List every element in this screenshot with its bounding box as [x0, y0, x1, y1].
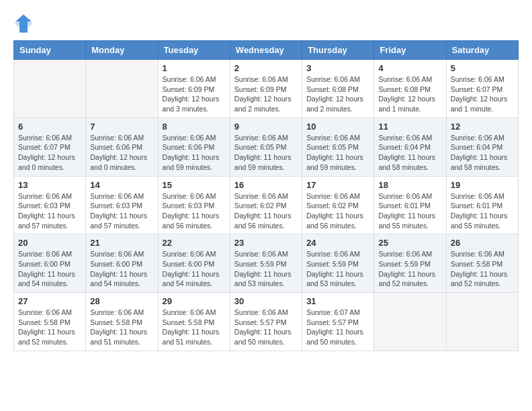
calendar-day-cell: 10Sunrise: 6:06 AM Sunset: 6:05 PM Dayli…: [302, 118, 374, 176]
day-number: 8: [163, 122, 226, 132]
day-number: 19: [451, 180, 514, 190]
day-info: Sunrise: 6:06 AM Sunset: 5:59 PM Dayligh…: [378, 249, 441, 289]
day-number: 29: [163, 296, 226, 306]
day-info: Sunrise: 6:06 AM Sunset: 6:00 PM Dayligh…: [163, 249, 226, 289]
calendar-day-cell: 22Sunrise: 6:06 AM Sunset: 6:00 PM Dayli…: [158, 234, 230, 293]
day-info: Sunrise: 6:06 AM Sunset: 6:02 PM Dayligh…: [306, 191, 369, 231]
day-info: Sunrise: 6:06 AM Sunset: 6:08 PM Dayligh…: [306, 75, 369, 114]
day-info: Sunrise: 6:06 AM Sunset: 6:01 PM Dayligh…: [451, 191, 514, 231]
day-number: 16: [234, 180, 298, 190]
day-info: Sunrise: 6:06 AM Sunset: 5:59 PM Dayligh…: [306, 249, 369, 289]
logo-icon: [13, 13, 34, 34]
day-info: Sunrise: 6:06 AM Sunset: 6:04 PM Dayligh…: [378, 133, 441, 173]
calendar-empty-cell: [86, 60, 158, 118]
calendar-day-cell: 2Sunrise: 6:06 AM Sunset: 6:09 PM Daylig…: [230, 60, 302, 118]
calendar-week-row: 1Sunrise: 6:06 AM Sunset: 6:09 PM Daylig…: [14, 60, 519, 118]
calendar-day-cell: 26Sunrise: 6:06 AM Sunset: 5:58 PM Dayli…: [446, 234, 518, 293]
day-info: Sunrise: 6:06 AM Sunset: 6:06 PM Dayligh…: [163, 133, 226, 173]
calendar-table: SundayMondayTuesdayWednesdayThursdayFrid…: [13, 40, 519, 351]
day-info: Sunrise: 6:06 AM Sunset: 6:07 PM Dayligh…: [451, 75, 514, 114]
calendar-week-row: 13Sunrise: 6:06 AM Sunset: 6:03 PM Dayli…: [14, 176, 519, 234]
calendar-day-cell: 20Sunrise: 6:06 AM Sunset: 6:00 PM Dayli…: [14, 234, 86, 293]
calendar-day-cell: 21Sunrise: 6:06 AM Sunset: 6:00 PM Dayli…: [86, 234, 158, 293]
weekday-header-tuesday: Tuesday: [158, 41, 230, 60]
day-number: 7: [90, 122, 153, 132]
weekday-header-sunday: Sunday: [14, 41, 86, 60]
calendar-day-cell: 7Sunrise: 6:06 AM Sunset: 6:06 PM Daylig…: [86, 118, 158, 176]
calendar-day-cell: 3Sunrise: 6:06 AM Sunset: 6:08 PM Daylig…: [302, 60, 374, 118]
day-info: Sunrise: 6:06 AM Sunset: 6:04 PM Dayligh…: [451, 133, 514, 173]
day-info: Sunrise: 6:06 AM Sunset: 6:05 PM Dayligh…: [234, 133, 298, 173]
weekday-header-thursday: Thursday: [302, 41, 374, 60]
day-number: 21: [90, 238, 153, 248]
calendar-day-cell: 12Sunrise: 6:06 AM Sunset: 6:04 PM Dayli…: [446, 118, 518, 176]
day-number: 28: [90, 296, 153, 306]
calendar-week-row: 27Sunrise: 6:06 AM Sunset: 5:58 PM Dayli…: [14, 293, 519, 351]
day-info: Sunrise: 6:06 AM Sunset: 6:00 PM Dayligh…: [18, 249, 81, 289]
calendar-day-cell: 28Sunrise: 6:06 AM Sunset: 5:58 PM Dayli…: [86, 293, 158, 351]
day-number: 18: [378, 180, 441, 190]
day-number: 4: [378, 63, 441, 73]
day-info: Sunrise: 6:06 AM Sunset: 6:07 PM Dayligh…: [18, 133, 81, 173]
day-number: 3: [306, 63, 369, 73]
day-info: Sunrise: 6:07 AM Sunset: 5:57 PM Dayligh…: [306, 308, 369, 347]
calendar-day-cell: 8Sunrise: 6:06 AM Sunset: 6:06 PM Daylig…: [158, 118, 230, 176]
weekday-header-monday: Monday: [86, 41, 158, 60]
day-number: 14: [90, 180, 153, 190]
calendar-day-cell: 23Sunrise: 6:06 AM Sunset: 5:59 PM Dayli…: [230, 234, 302, 293]
calendar-day-cell: 29Sunrise: 6:06 AM Sunset: 5:58 PM Dayli…: [158, 293, 230, 351]
day-number: 30: [234, 296, 298, 306]
day-number: 2: [234, 63, 298, 73]
calendar-day-cell: 13Sunrise: 6:06 AM Sunset: 6:03 PM Dayli…: [14, 176, 86, 234]
day-number: 27: [18, 296, 81, 306]
day-info: Sunrise: 6:06 AM Sunset: 5:58 PM Dayligh…: [163, 308, 226, 347]
calendar-empty-cell: [446, 293, 518, 351]
day-info: Sunrise: 6:06 AM Sunset: 6:03 PM Dayligh…: [18, 191, 81, 231]
day-info: Sunrise: 6:06 AM Sunset: 5:58 PM Dayligh…: [18, 308, 81, 347]
day-number: 5: [451, 63, 514, 73]
logo: [13, 13, 36, 34]
day-info: Sunrise: 6:06 AM Sunset: 6:09 PM Dayligh…: [163, 75, 226, 114]
day-number: 11: [378, 122, 441, 132]
day-info: Sunrise: 6:06 AM Sunset: 5:59 PM Dayligh…: [234, 249, 298, 289]
day-number: 9: [234, 122, 298, 132]
day-number: 20: [18, 238, 81, 248]
day-info: Sunrise: 6:06 AM Sunset: 6:08 PM Dayligh…: [378, 75, 441, 114]
day-number: 13: [18, 180, 81, 190]
calendar-day-cell: 9Sunrise: 6:06 AM Sunset: 6:05 PM Daylig…: [230, 118, 302, 176]
calendar-day-cell: 4Sunrise: 6:06 AM Sunset: 6:08 PM Daylig…: [374, 60, 446, 118]
calendar-day-cell: 16Sunrise: 6:06 AM Sunset: 6:02 PM Dayli…: [230, 176, 302, 234]
calendar-day-cell: 25Sunrise: 6:06 AM Sunset: 5:59 PM Dayli…: [374, 234, 446, 293]
day-number: 6: [18, 122, 81, 132]
calendar-header-row: SundayMondayTuesdayWednesdayThursdayFrid…: [14, 41, 519, 60]
calendar-day-cell: 17Sunrise: 6:06 AM Sunset: 6:02 PM Dayli…: [302, 176, 374, 234]
day-info: Sunrise: 6:06 AM Sunset: 6:05 PM Dayligh…: [306, 133, 369, 173]
calendar-day-cell: 5Sunrise: 6:06 AM Sunset: 6:07 PM Daylig…: [446, 60, 518, 118]
weekday-header-saturday: Saturday: [446, 41, 518, 60]
day-number: 1: [163, 63, 226, 73]
day-info: Sunrise: 6:06 AM Sunset: 6:06 PM Dayligh…: [90, 133, 153, 173]
calendar-day-cell: 11Sunrise: 6:06 AM Sunset: 6:04 PM Dayli…: [374, 118, 446, 176]
day-info: Sunrise: 6:06 AM Sunset: 6:03 PM Dayligh…: [90, 191, 153, 231]
day-number: 25: [378, 238, 441, 248]
day-number: 17: [306, 180, 369, 190]
day-info: Sunrise: 6:06 AM Sunset: 5:58 PM Dayligh…: [451, 249, 514, 289]
day-info: Sunrise: 6:06 AM Sunset: 6:00 PM Dayligh…: [90, 249, 153, 289]
day-number: 15: [163, 180, 226, 190]
day-info: Sunrise: 6:06 AM Sunset: 6:01 PM Dayligh…: [378, 191, 441, 231]
calendar-day-cell: 1Sunrise: 6:06 AM Sunset: 6:09 PM Daylig…: [158, 60, 230, 118]
day-info: Sunrise: 6:06 AM Sunset: 6:02 PM Dayligh…: [234, 191, 298, 231]
calendar-day-cell: 18Sunrise: 6:06 AM Sunset: 6:01 PM Dayli…: [374, 176, 446, 234]
weekday-header-friday: Friday: [374, 41, 446, 60]
calendar-day-cell: 24Sunrise: 6:06 AM Sunset: 5:59 PM Dayli…: [302, 234, 374, 293]
calendar-week-row: 20Sunrise: 6:06 AM Sunset: 6:00 PM Dayli…: [14, 234, 519, 293]
day-info: Sunrise: 6:06 AM Sunset: 6:09 PM Dayligh…: [234, 75, 298, 114]
calendar-day-cell: 6Sunrise: 6:06 AM Sunset: 6:07 PM Daylig…: [14, 118, 86, 176]
day-number: 31: [306, 296, 369, 306]
day-number: 10: [306, 122, 369, 132]
day-number: 23: [234, 238, 298, 248]
page-header: [13, 13, 519, 34]
weekday-header-wednesday: Wednesday: [230, 41, 302, 60]
day-info: Sunrise: 6:06 AM Sunset: 6:03 PM Dayligh…: [163, 191, 226, 231]
day-info: Sunrise: 6:06 AM Sunset: 5:57 PM Dayligh…: [234, 308, 298, 347]
